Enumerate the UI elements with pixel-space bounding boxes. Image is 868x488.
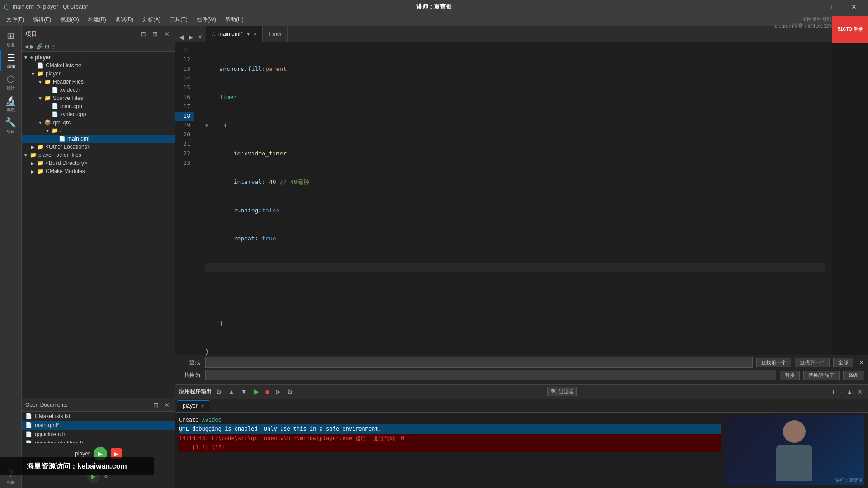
close-button[interactable]: ✕ (844, 0, 864, 14)
output-tab-close-player[interactable]: ✕ (201, 404, 204, 408)
open-docs-collapse[interactable]: ✕ (162, 400, 171, 409)
tab-timer[interactable]: Timer (263, 26, 288, 42)
ln-12: 12 (175, 55, 194, 65)
arrow-other-locations: ▶ (31, 145, 37, 150)
output-tab-player[interactable]: player ✕ (177, 400, 210, 411)
arrow-slash-folder: ▼ (45, 128, 52, 133)
output-up-btn[interactable]: ▲ (226, 387, 236, 396)
code-line-17: repeat: true (205, 234, 825, 244)
find-row: 查找: 查找前一个 查找下一个 全部 ✕ (179, 357, 864, 368)
open-doc-main-qml[interactable]: 📄 main.qml* (22, 421, 175, 430)
tree-item-player-root[interactable]: ▼ ● player (22, 53, 175, 61)
tree-label-source-files: Source Files (53, 95, 83, 101)
find-prev-btn[interactable]: 查找前一个 (756, 358, 791, 367)
expand-btn[interactable]: ⊞ (45, 43, 49, 50)
menu-widgets[interactable]: 控件(W) (192, 14, 221, 25)
collapse-btn[interactable]: ⊟ (51, 43, 56, 50)
menu-file[interactable]: 文件(F) (2, 14, 28, 25)
tree-item-xvideo-cpp[interactable]: 📄 xvideo.cpp (22, 110, 175, 118)
tree-item-cmake-modules[interactable]: ▶ 📁 CMake Modules (22, 167, 175, 175)
open-docs-expand[interactable]: ⊞ (151, 400, 160, 409)
sidebar-design[interactable]: ⬡ 设计 (0, 71, 22, 93)
tree-item-build-dir[interactable]: ▶ 📁 <Build Directory> (22, 159, 175, 167)
find-next-btn[interactable]: 查找下一个 (795, 358, 830, 367)
replace-btn[interactable]: 替换 (780, 371, 800, 380)
minimize-button[interactable]: ─ (802, 0, 823, 14)
tree-label-slash-folder: / (60, 127, 61, 134)
menu-edit[interactable]: 编辑(E) (28, 14, 56, 25)
arrow-build-dir: ▶ (31, 161, 37, 166)
tree-item-source-files[interactable]: ▼ 📁 Source Files (22, 94, 175, 102)
open-doc-qquickpainted[interactable]: 📄 qquickpainteditem.h (22, 439, 175, 443)
sidebar-debug[interactable]: 🔬 调试 (0, 93, 22, 115)
tree-item-header-files[interactable]: ▼ 📁 Header Files (22, 78, 175, 86)
ln-21: 21 (175, 140, 194, 149)
tab-label-main-qml: main.qml* (218, 31, 242, 37)
advanced-btn[interactable]: 高级: (843, 371, 864, 380)
ln-19: 19 (175, 121, 194, 130)
file-link-btn[interactable]: 🔗 (36, 43, 43, 50)
replace-all-btn[interactable]: 替换/并转下 (803, 371, 840, 380)
file-icon-qquickpainted: 📄 (25, 440, 32, 443)
open-doc-qquickitem[interactable]: 📄 qquickitem.h (22, 430, 175, 439)
tab-dropdown-main-qml[interactable]: ▼ (246, 32, 250, 37)
sidebar-project[interactable]: 🔧 项目 (0, 115, 22, 136)
output-settings-btn[interactable]: ⚙ (214, 387, 224, 396)
tree-item-qml-qrc[interactable]: ▼ 📦 qml.qrc (22, 118, 175, 127)
sync-btn[interactable]: ⊞ (151, 29, 160, 38)
tree-item-xvideo-h[interactable]: 📄 xvideo.h (22, 86, 175, 94)
output-gear-btn[interactable]: ⚙ (285, 387, 295, 396)
forward-btn[interactable]: ▶ (30, 43, 34, 50)
find-input[interactable] (205, 357, 753, 368)
output-stop-btn[interactable]: ■ (264, 387, 271, 396)
watermark-line1: 全网资料领取 (802, 16, 832, 23)
arrow-player-other: ▼ (24, 153, 30, 158)
tab-main-qml[interactable]: ⬡ main.qml* ▼ ✕ (206, 26, 263, 42)
code-content[interactable]: anchors.fill:parent Timer ▼ { id:xvideo_… (198, 42, 832, 355)
open-doc-cmakelists[interactable]: 📄 CMakeLists.txt (22, 412, 175, 421)
find-all-btn[interactable]: 全部 (833, 358, 853, 367)
watermark-line2: telegram搜索：@itLeo123 (774, 23, 832, 29)
filter-btn[interactable]: ⊟ (139, 29, 148, 38)
menu-bar: 文件(F) 编辑(E) 视图(O) 构建(B) 调试(D) 分析(A) 工具(T… (0, 14, 868, 26)
tree-item-main-qml[interactable]: 📄 main.qml (22, 135, 175, 143)
menu-help[interactable]: 帮助(H) (221, 14, 248, 25)
code-editor[interactable]: 11 12 13 14 15 16 17 18 19 20 21 22 23 (175, 42, 868, 355)
find-replace-bar: 查找: 查找前一个 查找下一个 全部 ✕ 替换为: 替换 替换/并转下 高级: (175, 355, 868, 384)
tab-close-btn[interactable]: ✕ (196, 33, 204, 41)
output-float-btn[interactable]: ▲ (844, 387, 854, 396)
tree-item-slash-folder[interactable]: ▼ 📁 / (22, 127, 175, 135)
output-expand-btn[interactable]: + (830, 387, 837, 396)
output-run-btn[interactable]: ▶ (252, 386, 261, 397)
ln-23: 23 (175, 159, 194, 168)
open-doc-label: CMakeLists.txt (35, 413, 71, 419)
menu-tools[interactable]: 工具(T) (165, 14, 192, 25)
close-panel-btn[interactable]: ✕ (162, 29, 171, 38)
tree-item-player-other[interactable]: ▼ 📁 player_other_files (22, 151, 175, 159)
menu-build[interactable]: 构建(B) (84, 14, 111, 25)
tab-forward-btn[interactable]: ▶ (187, 33, 195, 42)
menu-analyze[interactable]: 分析(A) (138, 14, 165, 25)
tab-back-btn[interactable]: ◀ (177, 33, 186, 42)
menu-debug[interactable]: 调试(D) (111, 14, 138, 25)
sidebar-edit[interactable]: ☰ 编辑 (0, 50, 22, 71)
tab-close-main-qml[interactable]: ✕ (253, 32, 257, 37)
replace-input[interactable] (205, 370, 776, 380)
back-btn[interactable]: ◀ (24, 43, 28, 50)
output-close-output-btn[interactable]: ✕ (855, 387, 864, 396)
sidebar-welcome[interactable]: ⊞ 欢迎 (0, 28, 22, 50)
output-collapse-btn[interactable]: - (838, 387, 844, 396)
tree-item-main-cpp[interactable]: 📄 main.cpp (22, 102, 175, 110)
output-panel: 应用程序输出 ⚙ ▲ ▼ ▶ ■ ⊳ ⚙ 🔍 过滤器 + - ▲ (175, 384, 868, 488)
arrow-player-folder: ▼ (31, 71, 37, 76)
maximize-button[interactable]: □ (823, 0, 844, 14)
output-down-btn[interactable]: ▼ (239, 387, 249, 396)
tree-item-player-folder[interactable]: ▼ 📁 player (22, 70, 175, 78)
output-step-btn[interactable]: ⊳ (274, 387, 283, 396)
tree-item-other-locations[interactable]: ▶ 📁 <Other Locations> (22, 143, 175, 151)
design-icon: ⬡ (7, 74, 14, 84)
title-bar: ⬡ main.qml @ player - Qt Creator 讲师：夏曹俊 … (0, 0, 868, 14)
menu-view[interactable]: 视图(O) (56, 14, 83, 25)
tree-item-cmakelists[interactable]: 📄 CMakeLists.txt (22, 61, 175, 70)
find-close-btn[interactable]: ✕ (859, 358, 864, 367)
